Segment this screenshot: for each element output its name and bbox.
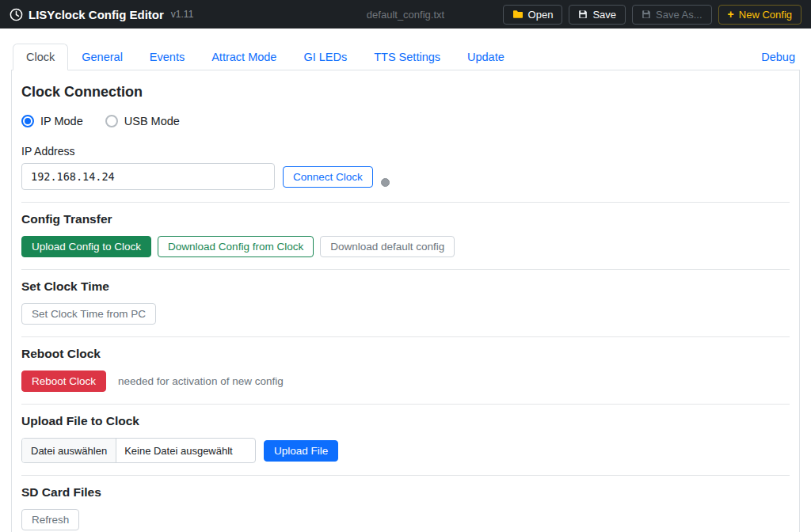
save-button[interactable]: Save	[569, 5, 626, 25]
refresh-button[interactable]: Refresh	[21, 509, 79, 530]
usb-mode-radio[interactable]: USB Mode	[105, 115, 180, 127]
ip-address-label: IP Address	[21, 145, 790, 158]
connection-mode-radio-group: IP Mode USB Mode	[21, 115, 790, 127]
upload-file-row: Datei auswählen Keine Datei ausgewählt U…	[21, 438, 790, 463]
reboot-note: needed for activation of new config	[118, 375, 284, 387]
folder-icon	[512, 10, 524, 19]
tab-attract-mode[interactable]: Attract Mode	[198, 44, 290, 70]
file-picker[interactable]: Datei auswählen Keine Datei ausgewählt	[21, 438, 256, 463]
set-clock-time-heading: Set Clock Time	[21, 279, 790, 294]
floppy-icon	[578, 10, 588, 19]
app-title: LISYclock Config Editor	[29, 8, 164, 21]
clock-icon	[10, 8, 23, 21]
reboot-clock-button[interactable]: Reboot Clock	[21, 370, 106, 392]
upload-config-button[interactable]: Upload Config to Clock	[21, 236, 151, 257]
config-transfer-buttons: Upload Config to Clock Download Config f…	[21, 236, 790, 257]
usb-mode-label: USB Mode	[124, 115, 180, 127]
tab-gi-leds[interactable]: GI LEDs	[290, 44, 360, 70]
divider	[21, 269, 790, 270]
file-chosen-status: Keine Datei ausgewählt	[116, 439, 241, 462]
save-as-button-label: Save As...	[656, 9, 702, 21]
plus-icon: +	[728, 9, 734, 20]
set-clock-time-buttons: Set Clock Time from PC	[21, 303, 790, 325]
tab-events[interactable]: Events	[136, 44, 198, 70]
clock-tab-panel: Clock Connection IP Mode USB Mode IP Add…	[11, 70, 800, 532]
ip-mode-radio[interactable]: IP Mode	[21, 115, 83, 127]
tab-general[interactable]: General	[68, 44, 136, 70]
reboot-clock-heading: Reboot Clock	[21, 347, 790, 361]
floppy-icon	[642, 10, 651, 19]
connect-clock-button[interactable]: Connect Clock	[283, 166, 373, 188]
new-config-button[interactable]: + New Config	[718, 5, 801, 25]
tab-update[interactable]: Update	[454, 44, 518, 70]
divider	[21, 404, 790, 405]
sd-card-files-buttons: Refresh	[21, 509, 790, 530]
divider	[21, 336, 790, 337]
connection-status-indicator	[381, 178, 390, 187]
clock-connection-heading: Clock Connection	[21, 84, 790, 101]
new-config-button-label: New Config	[739, 9, 792, 21]
radio-unchecked-icon[interactable]	[105, 115, 118, 127]
reboot-clock-row: Reboot Clock needed for activation of ne…	[21, 370, 790, 392]
current-filename: default_config.txt	[367, 9, 444, 21]
open-button-label: Open	[528, 9, 554, 21]
ip-address-input[interactable]	[21, 163, 275, 190]
upload-file-heading: Upload File to Clock	[21, 414, 790, 428]
sd-card-files-heading: SD Card Files	[21, 485, 790, 500]
top-navbar: LISYclock Config Editor v1.11 default_co…	[0, 0, 811, 28]
app-version: v1.11	[171, 9, 193, 20]
config-transfer-heading: Config Transfer	[21, 212, 790, 226]
open-button[interactable]: Open	[503, 5, 563, 25]
choose-file-button[interactable]: Datei auswählen	[22, 439, 116, 462]
debug-link[interactable]: Debug	[748, 44, 798, 70]
tab-bar: Clock General Events Attract Mode GI LED…	[11, 44, 800, 70]
download-config-button[interactable]: Download Config from Clock	[158, 236, 314, 257]
upload-file-button[interactable]: Upload File	[264, 440, 338, 462]
brand: LISYclock Config Editor v1.11	[10, 8, 193, 21]
radio-checked-icon[interactable]	[21, 115, 34, 127]
set-clock-time-button[interactable]: Set Clock Time from PC	[21, 303, 156, 325]
save-as-button[interactable]: Save As...	[632, 5, 712, 25]
tab-tts-settings[interactable]: TTS Settings	[360, 44, 454, 70]
download-default-config-button[interactable]: Download default config	[320, 236, 455, 257]
save-button-label: Save	[592, 9, 616, 21]
ip-address-row: Connect Clock	[21, 163, 790, 190]
navbar-actions: Open Save Save As... + New Config	[503, 5, 801, 25]
tab-clock[interactable]: Clock	[13, 44, 68, 70]
divider	[21, 202, 790, 203]
divider	[21, 475, 790, 476]
ip-mode-label: IP Mode	[40, 115, 83, 127]
